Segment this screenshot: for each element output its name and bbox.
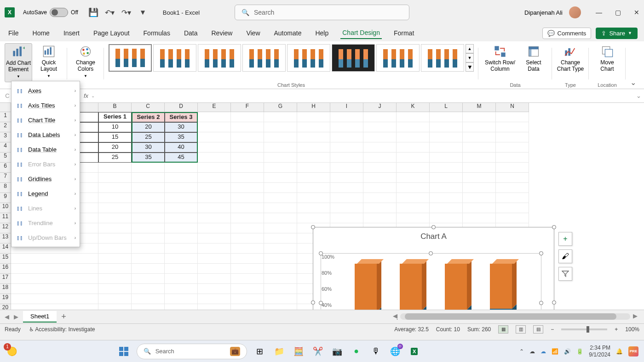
cell[interactable] — [397, 193, 430, 203]
cell[interactable] — [264, 122, 297, 132]
tab-view[interactable]: View — [244, 28, 262, 39]
tab-data[interactable]: Data — [182, 28, 200, 39]
cell[interactable] — [496, 163, 529, 173]
cell[interactable] — [496, 183, 529, 193]
column-header[interactable]: I — [330, 103, 363, 112]
cell[interactable] — [363, 203, 397, 213]
cell[interactable] — [363, 132, 397, 142]
cell[interactable]: 45 — [165, 153, 198, 163]
row-header[interactable]: 7 — [0, 173, 11, 183]
cell[interactable] — [165, 264, 198, 274]
cell[interactable] — [231, 112, 264, 122]
user-name[interactable]: Dipanjenah Ali — [524, 9, 563, 16]
cell[interactable] — [430, 163, 463, 173]
zoom-level[interactable]: 100% — [625, 326, 639, 333]
tray-cloud-icon[interactable]: ☁ — [540, 348, 546, 355]
cell[interactable] — [463, 183, 496, 193]
cell[interactable] — [397, 112, 430, 122]
search-box[interactable]: 🔍 Search — [235, 5, 409, 20]
tray-chevron-icon[interactable]: ⌃ — [519, 348, 524, 355]
cell[interactable] — [264, 163, 297, 173]
cell[interactable]: 10 — [98, 122, 132, 132]
cell[interactable] — [297, 183, 330, 193]
save-button[interactable]: 💾 — [88, 7, 98, 17]
cell[interactable] — [264, 193, 297, 203]
cell[interactable] — [330, 112, 363, 122]
cell[interactable]: Series 3 — [165, 112, 198, 122]
row-header[interactable]: 1 — [0, 112, 11, 122]
tab-formulas[interactable]: Formulas — [142, 28, 172, 39]
row-header[interactable]: 10 — [0, 203, 11, 213]
cell[interactable] — [330, 122, 363, 132]
cell[interactable] — [264, 254, 297, 264]
cell[interactable] — [496, 142, 529, 153]
chart-styles-button[interactable]: 🖌 — [558, 249, 572, 263]
cell[interactable] — [397, 153, 430, 163]
cell[interactable] — [11, 254, 98, 264]
cell[interactable] — [363, 183, 397, 193]
formula-bar-expand[interactable]: ⌄ — [636, 92, 641, 99]
sheet-nav-prev[interactable]: ◀ — [5, 313, 9, 320]
tab-automate[interactable]: Automate — [272, 28, 304, 39]
cell[interactable] — [430, 173, 463, 183]
cell[interactable] — [165, 284, 198, 294]
cell[interactable] — [297, 213, 330, 223]
chart-style-thumb[interactable] — [153, 44, 196, 72]
chart-style-thumb[interactable] — [109, 44, 152, 72]
cell[interactable] — [11, 264, 98, 274]
cell[interactable] — [165, 173, 198, 183]
column-header[interactable]: D — [165, 103, 198, 112]
change-chart-type-button[interactable]: Change Chart Type — [557, 43, 584, 82]
accessibility-status[interactable]: ♿︎ Accessibility: Investigate — [29, 326, 95, 333]
sheet-nav-next[interactable]: ▶ — [14, 313, 18, 320]
cell[interactable] — [98, 304, 132, 310]
cell[interactable] — [264, 153, 297, 163]
menu-item-data-table[interactable]: ⫿⫿Data Table› — [12, 142, 80, 157]
row-header[interactable]: 13 — [0, 233, 11, 243]
chart-style-thumb[interactable] — [332, 44, 375, 72]
cell[interactable] — [397, 132, 430, 142]
cell[interactable] — [430, 142, 463, 153]
cell[interactable] — [98, 254, 132, 264]
column-header[interactable]: B — [98, 103, 132, 112]
cell[interactable] — [430, 193, 463, 203]
cell[interactable] — [132, 203, 165, 213]
cell[interactable] — [231, 294, 264, 304]
cell[interactable] — [496, 173, 529, 183]
cell[interactable] — [165, 233, 198, 243]
menu-item-chart-title[interactable]: ⫿⫿Chart Title› — [12, 113, 80, 127]
column-header[interactable]: K — [397, 103, 430, 112]
taskbar-spotify-icon[interactable]: ● — [350, 345, 363, 358]
cell[interactable] — [98, 284, 132, 294]
cell[interactable] — [231, 304, 264, 310]
cell[interactable] — [231, 193, 264, 203]
row-header[interactable]: 14 — [0, 243, 11, 254]
zoom-out-button[interactable]: − — [551, 326, 554, 333]
cell[interactable]: 30 — [132, 142, 165, 153]
comments-button[interactable]: 💬 Comments — [542, 28, 592, 39]
taskbar-excel-icon[interactable]: X — [408, 345, 421, 358]
column-header[interactable]: L — [430, 103, 463, 112]
cell[interactable] — [198, 193, 231, 203]
cell[interactable] — [330, 183, 363, 193]
select-data-button[interactable]: Select Data — [520, 43, 547, 82]
menu-item-legend[interactable]: ⫿⫿Legend› — [12, 186, 80, 201]
cell[interactable] — [297, 142, 330, 153]
cell[interactable]: 25 — [98, 153, 132, 163]
chart-bar[interactable]: 3 — [445, 264, 467, 310]
cell[interactable] — [264, 132, 297, 142]
row-header[interactable]: 20 — [0, 304, 11, 310]
cell[interactable] — [330, 193, 363, 203]
close-button[interactable]: ✕ — [634, 9, 639, 16]
menu-item-axes[interactable]: ⫿⫿Axes› — [12, 83, 80, 98]
cell[interactable] — [264, 142, 297, 153]
cell[interactable] — [330, 203, 363, 213]
row-header[interactable]: 17 — [0, 274, 11, 284]
tab-help[interactable]: Help — [313, 28, 330, 39]
cell[interactable] — [264, 233, 297, 243]
add-chart-element-button[interactable]: + Add Chart Element ▼ — [5, 43, 32, 82]
column-header[interactable]: F — [231, 103, 264, 112]
cell[interactable] — [264, 264, 297, 274]
horizontal-scrollbar[interactable]: ◀ ▶ — [400, 313, 630, 320]
cell[interactable] — [132, 284, 165, 294]
